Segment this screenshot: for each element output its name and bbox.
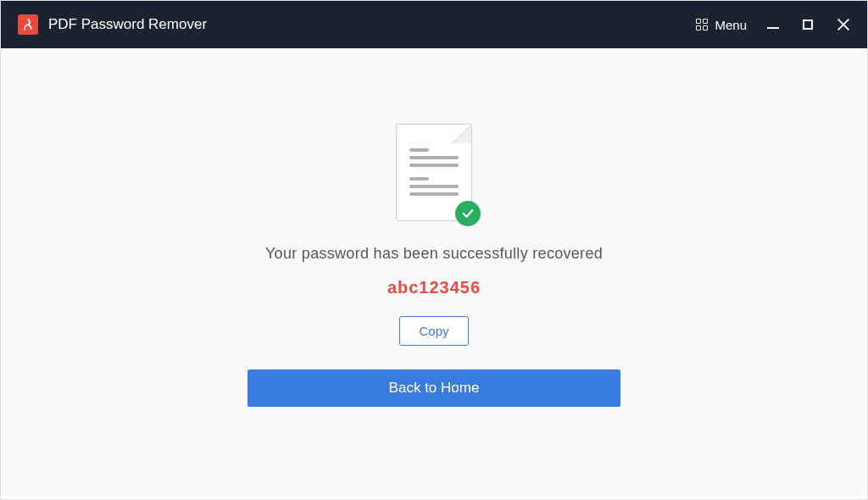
- minimize-icon: [767, 27, 779, 29]
- minimize-button[interactable]: [767, 20, 779, 29]
- app-icon: [18, 14, 38, 35]
- app-title: PDF Password Remover: [48, 16, 207, 33]
- menu-grid-icon: [696, 19, 708, 31]
- menu-label: Menu: [715, 18, 747, 32]
- maximize-icon: [803, 19, 813, 30]
- copy-button[interactable]: Copy: [399, 316, 468, 346]
- back-to-home-button[interactable]: Back to Home: [248, 369, 620, 407]
- recovered-password: abc123456: [387, 278, 481, 297]
- content-area: Your password has been successfully reco…: [1, 48, 867, 499]
- close-icon: [837, 18, 850, 31]
- window-controls: [767, 18, 850, 31]
- titlebar-right: Menu: [696, 18, 850, 32]
- menu-button[interactable]: Menu: [696, 18, 747, 32]
- close-button[interactable]: [837, 18, 850, 31]
- success-check-badge: [455, 201, 481, 226]
- document-success-icon: [396, 124, 472, 221]
- check-icon: [460, 206, 476, 221]
- titlebar-left: PDF Password Remover: [18, 14, 696, 35]
- document-fold-icon: [453, 125, 471, 143]
- app-window: PDF Password Remover Menu: [0, 0, 868, 500]
- titlebar: PDF Password Remover Menu: [1, 1, 867, 48]
- maximize-button[interactable]: [803, 19, 813, 30]
- success-message: Your password has been successfully reco…: [265, 245, 603, 263]
